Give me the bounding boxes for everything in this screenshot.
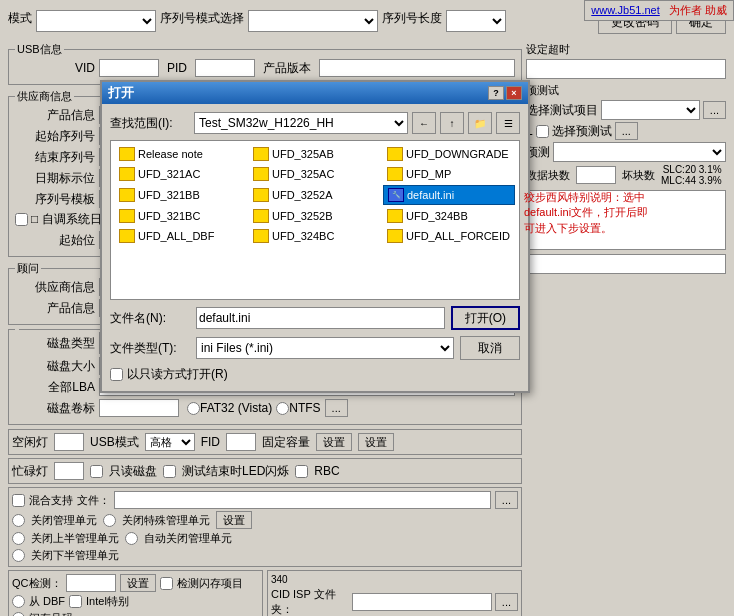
folder-icon (387, 229, 403, 243)
open-button[interactable]: 打开(O) (451, 306, 520, 330)
folder-icon (119, 147, 135, 161)
file-list-item[interactable]: UFD_325AC (249, 165, 381, 183)
file-item-label: UFD_321BC (138, 210, 200, 222)
file-item-label: UFD_324BB (406, 210, 468, 222)
folder-icon (253, 209, 269, 223)
folder-icon (387, 209, 403, 223)
file-item-label: UFD_ALL_DBF (138, 230, 214, 242)
file-item-label: UFD_325AC (272, 168, 334, 180)
file-list-item[interactable]: UFD_ALL_DBF (115, 227, 247, 245)
note-annotation: 狡步西风特别说明：选中default.ini文件，打开后即可进入下步设置。 (524, 190, 654, 236)
dialog-title-text: 打开 (108, 84, 134, 102)
file-item-label: UFD_325AB (272, 148, 334, 160)
up-nav-btn[interactable]: ↑ (440, 112, 464, 134)
file-name-row: 文件名(N): 打开(O) (110, 306, 520, 330)
dialog-close-btn[interactable]: × (506, 86, 522, 100)
readonly-label: 以只读方式打开(R) (127, 366, 228, 383)
file-list-item[interactable]: UFD_3252B (249, 207, 381, 225)
folder-icon (119, 188, 135, 202)
folder-icon (119, 209, 135, 223)
file-list-item[interactable]: UFD_321BC (115, 207, 247, 225)
file-item-label: UFD_DOWNGRADE (406, 148, 509, 160)
file-item-label: Release note (138, 148, 203, 160)
file-item-label: UFD_3252A (272, 189, 333, 201)
file-list-item[interactable]: 🔧default.ini (383, 185, 515, 205)
file-item-label: default.ini (407, 189, 454, 201)
folder-icon (253, 188, 269, 202)
ini-file-icon: 🔧 (388, 188, 404, 202)
view-nav-btn[interactable]: ☰ (496, 112, 520, 134)
file-name-label: 文件名(N): (110, 310, 190, 327)
file-item-label: UFD_ALL_FORCEID (406, 230, 510, 242)
folder-icon (253, 167, 269, 181)
folder-icon (387, 167, 403, 181)
folder-icon (119, 167, 135, 181)
look-in-row: 查找范围(I): Test_SM32w_H1226_HH ← ↑ 📁 ☰ (110, 112, 520, 134)
dialog-overlay: 打开 ? × 查找范围(I): Test_SM32w_H1226_HH ← ↑ … (0, 0, 734, 616)
folder-icon (253, 229, 269, 243)
folder-icon (119, 229, 135, 243)
file-list-item[interactable]: UFD_324BC (249, 227, 381, 245)
open-dialog: 打开 ? × 查找范围(I): Test_SM32w_H1226_HH ← ↑ … (100, 80, 530, 393)
file-list-item[interactable]: UFD_321AC (115, 165, 247, 183)
file-list-item[interactable]: UFD_325AB (249, 145, 381, 163)
readonly-row: 以只读方式打开(R) (110, 366, 520, 383)
folder-icon (253, 147, 269, 161)
file-item-label: UFD_324BC (272, 230, 334, 242)
back-nav-btn[interactable]: ← (412, 112, 436, 134)
file-item-label: UFD_3252B (272, 210, 333, 222)
file-type-label: 文件类型(T): (110, 340, 190, 357)
cancel-button[interactable]: 取消 (460, 336, 520, 360)
look-in-label: 查找范围(I): (110, 115, 190, 132)
folder-icon (387, 147, 403, 161)
dialog-titlebar: 打开 ? × (102, 82, 528, 104)
new-folder-nav-btn[interactable]: 📁 (468, 112, 492, 134)
dialog-help-btn[interactable]: ? (488, 86, 504, 100)
file-type-select[interactable]: ini Files (*.ini) (196, 337, 454, 359)
file-type-row: 文件类型(T): ini Files (*.ini) 取消 (110, 336, 520, 360)
readonly-checkbox[interactable] (110, 368, 123, 381)
file-list-item[interactable]: UFD_321BB (115, 185, 247, 205)
file-item-label: UFD_MP (406, 168, 451, 180)
file-list-item[interactable]: UFD_MP (383, 165, 515, 183)
file-item-label: UFD_321AC (138, 168, 200, 180)
file-item-label: UFD_321BB (138, 189, 200, 201)
file-list-item[interactable]: UFD_324BB (383, 207, 515, 225)
file-list-item[interactable]: UFD_ALL_FORCEID (383, 227, 515, 245)
file-list-item[interactable]: UFD_3252A (249, 185, 381, 205)
file-list: Release noteUFD_325ABUFD_DOWNGRADEUFD_32… (110, 140, 520, 300)
dialog-body: 查找范围(I): Test_SM32w_H1226_HH ← ↑ 📁 ☰ Rel… (102, 104, 528, 391)
look-in-select[interactable]: Test_SM32w_H1226_HH (194, 112, 408, 134)
file-list-item[interactable]: Release note (115, 145, 247, 163)
file-list-item[interactable]: UFD_DOWNGRADE (383, 145, 515, 163)
file-name-input[interactable] (196, 307, 445, 329)
dialog-title-buttons: ? × (488, 86, 522, 100)
